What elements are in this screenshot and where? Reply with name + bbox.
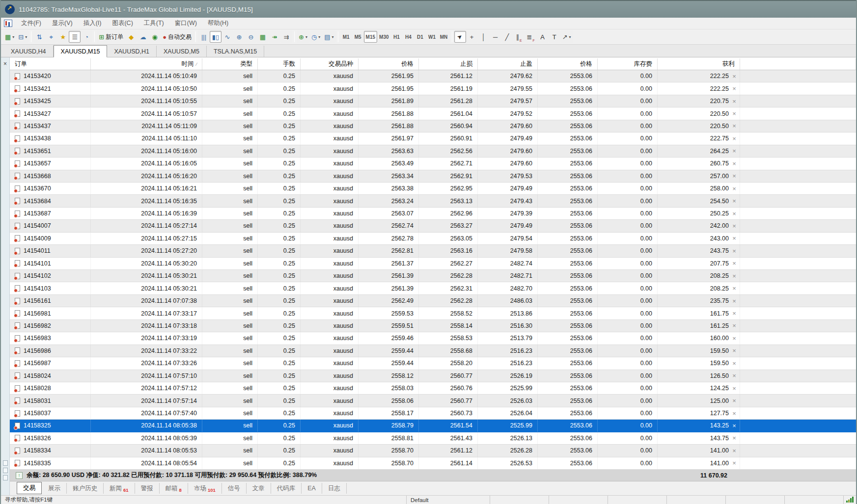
trend-line-button[interactable]: ╱ [501, 31, 513, 43]
table-row[interactable]: 141541022024.11.14 05:30:21sell0.25xauus… [10, 270, 856, 282]
line-chart-button[interactable]: ∿ [221, 31, 233, 43]
table-row[interactable]: 141580372024.11.14 07:57:40sell0.25xauus… [10, 407, 856, 420]
menu-item-3[interactable]: 图表(C) [107, 18, 138, 28]
new-order-button[interactable]: ⊞新订单 [97, 31, 125, 43]
close-position-button[interactable]: × [729, 347, 740, 354]
table-row[interactable]: 141540072024.11.14 05:27:14sell0.25xauus… [10, 220, 856, 232]
indicator-arrow-button[interactable]: ◆ [125, 31, 137, 43]
close-position-button[interactable]: × [729, 435, 740, 441]
close-toolbox-button[interactable]: × [2, 60, 9, 68]
table-row[interactable]: 141536682024.11.14 05:16:20sell0.25xauus… [10, 170, 856, 183]
table-row[interactable]: 141569812024.11.14 07:33:17sell0.25xauus… [10, 307, 856, 319]
table-row[interactable]: 141583352024.11.14 08:05:54sell0.25xauus… [10, 457, 856, 470]
close-position-button[interactable]: × [729, 360, 740, 367]
table-row[interactable]: 141583262024.11.14 08:05:39sell0.25xauus… [10, 432, 856, 445]
close-position-button[interactable]: × [729, 335, 740, 342]
timeframe-m30-button[interactable]: M30 [377, 31, 390, 43]
collapsed-panel-tabs[interactable] [3, 460, 8, 480]
timeframe-d1-button[interactable]: D1 [415, 31, 426, 43]
equidistant-channel-button[interactable]: ∥E [513, 31, 525, 43]
vertical-line-button[interactable]: │ [478, 31, 490, 43]
table-row[interactable]: 141536842024.11.14 05:16:35sell0.25xauus… [10, 195, 856, 207]
fibonacci-button[interactable]: ≣F [525, 31, 537, 43]
profiles-dropdown-arrow-icon[interactable]: ▾ [25, 35, 27, 39]
column-header-3[interactable]: 手数 [258, 58, 301, 70]
close-position-button[interactable]: × [729, 110, 740, 117]
column-header-8[interactable]: 价格 [538, 58, 598, 70]
auto-scroll-button[interactable]: ↠ [269, 31, 280, 43]
toolbox-tab-展示[interactable]: 展示 [42, 483, 67, 494]
new-chart-dropdown-arrow-icon[interactable]: ▾ [12, 35, 14, 39]
profiles-button[interactable]: ⊟▾ [16, 31, 29, 43]
close-position-button[interactable]: × [729, 148, 740, 154]
close-position-button[interactable]: × [729, 385, 740, 392]
close-position-button[interactable]: × [729, 310, 740, 317]
indicators-button[interactable]: ⊕▾ [297, 31, 309, 43]
close-position-button[interactable]: × [729, 248, 740, 254]
templates-dropdown-arrow-icon[interactable]: ▾ [332, 35, 334, 39]
chart-shift-button[interactable]: ⇉ [280, 31, 292, 43]
close-position-button[interactable]: × [729, 160, 740, 167]
column-header-1[interactable]: 时间∕ [91, 58, 202, 70]
toolbox-tab-文章[interactable]: 文章 [247, 483, 271, 494]
close-position-button[interactable]: × [729, 173, 740, 179]
chart-tab-xauusd-h1[interactable]: XAUUSD,H1 [107, 46, 157, 57]
close-position-button[interactable]: × [729, 322, 740, 329]
table-row[interactable]: 141534212024.11.14 05:10:50sell0.25xauus… [10, 82, 856, 95]
close-position-button[interactable]: × [729, 448, 740, 454]
bar-chart-button[interactable]: ||| [198, 31, 210, 43]
menu-item-5[interactable]: 窗口(W) [170, 18, 202, 28]
column-header-5[interactable]: 价格 [359, 58, 419, 70]
toolbox-tab-交易[interactable]: 交易 [17, 482, 42, 494]
text-label-button[interactable]: T [549, 31, 560, 43]
timeframe-m1-button[interactable]: M1 [340, 31, 352, 43]
table-row[interactable]: 141541012024.11.14 05:30:20sell0.25xauus… [10, 258, 856, 270]
table-row[interactable]: 141536512024.11.14 05:16:00sell0.25xauus… [10, 145, 856, 158]
chart-tab-xauusd-h4[interactable]: XAUUSD,H4 [4, 46, 54, 57]
close-position-button[interactable]: × [729, 98, 740, 105]
timeframe-h4-button[interactable]: H4 [403, 31, 415, 43]
table-row[interactable]: 141583252024.11.14 08:05:38sell0.25xauus… [10, 420, 856, 432]
timeframe-w1-button[interactable]: W1 [426, 31, 438, 43]
table-row[interactable]: 141536572024.11.14 05:16:05sell0.25xauus… [10, 158, 856, 170]
table-row[interactable]: 141569872024.11.14 07:33:26sell0.25xauus… [10, 357, 856, 370]
toolbox-tab-新闻[interactable]: 新闻61 [104, 483, 135, 494]
horizontal-line-button[interactable]: ─ [490, 31, 501, 43]
crosshair-button[interactable]: + [466, 31, 478, 43]
column-header-10[interactable]: 获利 [658, 58, 740, 70]
toolbox-tab-代码库[interactable]: 代码库 [271, 483, 302, 494]
chart-tab-tsla-nas-m15[interactable]: TSLA.NAS,M15 [207, 46, 264, 57]
templates-button[interactable]: ▤▾ [322, 31, 335, 43]
menu-item-1[interactable]: 显示(V) [47, 18, 78, 28]
periods-button[interactable]: ◷▾ [309, 31, 322, 43]
signals-button[interactable]: ◉ [149, 31, 161, 43]
table-row[interactable]: 141534272024.11.14 05:10:57sell0.25xauus… [10, 107, 856, 120]
close-position-button[interactable]: × [729, 285, 740, 292]
toolbox-tab-信号[interactable]: 信号 [222, 483, 247, 494]
column-header-9[interactable]: 库存费 [598, 58, 658, 70]
timeframe-m15-button[interactable]: M15 [364, 31, 377, 43]
indicators-dropdown-arrow-icon[interactable]: ▾ [305, 35, 307, 39]
table-row[interactable]: 141534202024.11.14 05:10:49sell0.25xauus… [10, 70, 856, 82]
close-position-button[interactable]: × [729, 186, 740, 192]
chart-tab-xauusd-m5[interactable]: XAUUSD,M5 [157, 46, 207, 57]
menu-item-6[interactable]: 帮助(H) [203, 18, 233, 28]
market-watch-button[interactable]: ⇅ [33, 31, 45, 43]
shapes-dropdown-arrow-icon[interactable]: ▾ [569, 35, 571, 39]
close-position-button[interactable]: × [729, 135, 740, 142]
menu-item-4[interactable]: 工具(T) [139, 18, 169, 28]
column-header-6[interactable]: 止损 [419, 58, 478, 70]
periods-dropdown-arrow-icon[interactable]: ▾ [318, 35, 320, 39]
candle-chart-button[interactable]: ▮▯ [210, 31, 221, 43]
strategy-tester-button[interactable]: ◔ [81, 31, 92, 43]
table-row[interactable]: 141580282024.11.14 07:57:12sell0.25xauus… [10, 382, 856, 395]
zoom-out-button[interactable]: ⊖ [245, 31, 257, 43]
autotrade-button[interactable]: ●自动交易 [161, 31, 194, 43]
table-row[interactable]: 141534382024.11.14 05:11:10sell0.25xauus… [10, 133, 856, 145]
close-position-button[interactable]: × [729, 223, 740, 229]
toolbox-tab-警报[interactable]: 警报 [135, 483, 160, 494]
close-position-button[interactable]: × [729, 410, 740, 417]
timeframe-mn-button[interactable]: MN [438, 31, 450, 43]
community-button[interactable]: ☁ [137, 31, 149, 43]
close-position-button[interactable]: × [729, 423, 740, 429]
